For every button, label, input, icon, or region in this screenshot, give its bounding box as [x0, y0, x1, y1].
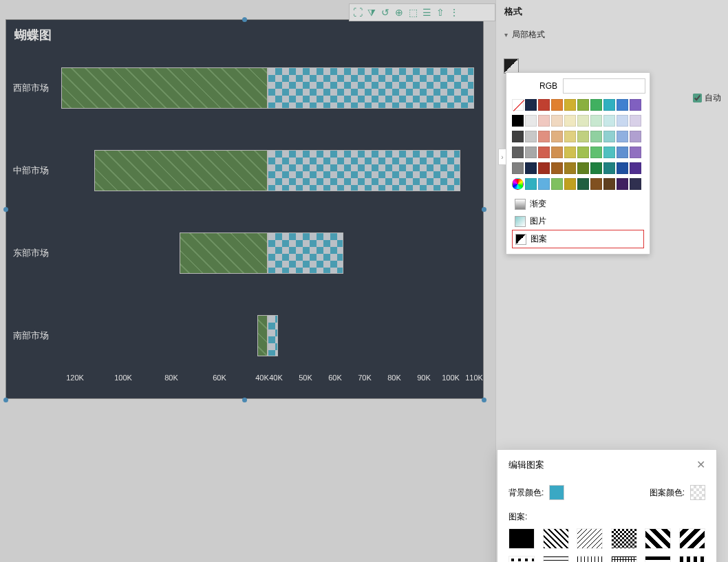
pattern-swatch[interactable]: [679, 556, 705, 562]
resize-handle[interactable]: [242, 17, 247, 22]
current-fill-swatch[interactable]: [504, 58, 519, 74]
color-swatch[interactable]: [538, 178, 550, 190]
color-swatch[interactable]: [617, 115, 628, 127]
color-swatch[interactable]: [617, 99, 628, 111]
pattern-swatch[interactable]: [508, 556, 535, 562]
color-swatch[interactable]: [512, 115, 524, 127]
export-icon[interactable]: ⇧: [433, 6, 447, 19]
color-swatch[interactable]: [603, 99, 615, 111]
color-swatch[interactable]: [603, 115, 615, 127]
color-swatch[interactable]: [617, 147, 628, 158]
color-swatch[interactable]: [551, 178, 563, 190]
bar-right-0[interactable]: [268, 67, 474, 109]
color-swatch[interactable]: [630, 147, 641, 158]
bar-left-3[interactable]: [257, 315, 268, 356]
color-swatch[interactable]: [551, 162, 563, 174]
color-swatch[interactable]: [564, 99, 576, 111]
close-icon[interactable]: ✕: [696, 458, 705, 471]
color-swatch[interactable]: [617, 131, 628, 142]
color-swatch[interactable]: [551, 147, 563, 158]
color-swatch[interactable]: [512, 178, 524, 190]
color-swatch[interactable]: [603, 131, 615, 142]
color-swatch[interactable]: [564, 115, 576, 127]
list-icon[interactable]: ☰: [420, 6, 433, 19]
resize-handle[interactable]: [242, 398, 247, 402]
zoom-icon[interactable]: ⊕: [392, 6, 406, 19]
resize-handle[interactable]: [482, 207, 486, 212]
color-swatch[interactable]: [577, 115, 589, 127]
select-icon[interactable]: ⬚: [406, 6, 420, 19]
color-swatch[interactable]: [590, 131, 602, 142]
color-swatch[interactable]: [590, 178, 602, 190]
color-swatch[interactable]: [525, 115, 537, 127]
rgb-input[interactable]: [563, 78, 645, 94]
color-swatch[interactable]: [603, 178, 615, 190]
auto-checkbox[interactable]: [693, 94, 702, 102]
pattern-swatch[interactable]: [611, 556, 637, 562]
color-swatch[interactable]: [538, 147, 550, 158]
fill-gradient-option[interactable]: 渐变: [512, 195, 644, 213]
bg-color-swatch[interactable]: [549, 485, 564, 500]
color-swatch[interactable]: [577, 178, 589, 190]
color-swatch[interactable]: [538, 115, 550, 127]
resize-handle[interactable]: [3, 207, 8, 212]
color-swatch[interactable]: [630, 178, 641, 190]
pattern-swatch[interactable]: [508, 528, 535, 549]
rotate-icon[interactable]: ↺: [378, 6, 392, 19]
color-swatch[interactable]: [538, 99, 550, 111]
color-swatch[interactable]: [630, 99, 641, 111]
color-swatch[interactable]: [577, 131, 589, 142]
color-swatch[interactable]: [551, 131, 563, 142]
color-swatch[interactable]: [590, 115, 602, 127]
color-swatch[interactable]: [590, 147, 602, 158]
color-swatch[interactable]: [564, 131, 576, 142]
pattern-swatch[interactable]: [679, 528, 705, 549]
color-swatch[interactable]: [617, 178, 628, 190]
color-swatch[interactable]: [525, 178, 537, 190]
color-swatch[interactable]: [525, 131, 537, 142]
pattern-swatch[interactable]: [543, 528, 569, 549]
bar-right-1[interactable]: [268, 150, 460, 191]
color-swatch[interactable]: [551, 115, 563, 127]
collapse-chevron-icon[interactable]: ›: [498, 149, 506, 165]
pattern-swatch[interactable]: [577, 528, 603, 549]
fill-pattern-option[interactable]: 图案: [512, 230, 644, 248]
color-swatch[interactable]: [538, 131, 550, 142]
color-swatch[interactable]: [630, 131, 641, 142]
color-swatch[interactable]: [564, 162, 576, 174]
pattern-swatch[interactable]: [645, 528, 671, 549]
color-swatch[interactable]: [577, 147, 589, 158]
color-swatch[interactable]: [512, 162, 524, 174]
color-swatch[interactable]: [577, 99, 589, 111]
color-swatch[interactable]: [603, 162, 615, 174]
bar-left-0[interactable]: [61, 67, 268, 109]
color-swatch[interactable]: [590, 99, 602, 111]
bar-right-3[interactable]: [268, 315, 278, 356]
color-swatch[interactable]: [512, 99, 524, 111]
resize-handle[interactable]: [3, 398, 8, 402]
pattern-swatch[interactable]: [577, 556, 603, 562]
bar-left-2[interactable]: [180, 233, 268, 274]
resize-handle[interactable]: [482, 398, 486, 402]
more-icon[interactable]: ⋮: [447, 6, 461, 19]
color-swatch[interactable]: [564, 178, 576, 190]
filter-icon[interactable]: ⧩: [365, 6, 378, 19]
color-swatch[interactable]: [577, 162, 589, 174]
bar-right-2[interactable]: [268, 233, 343, 274]
fill-image-option[interactable]: 图片: [512, 213, 644, 230]
pattern-swatch[interactable]: [543, 556, 569, 562]
color-swatch[interactable]: [551, 99, 563, 111]
color-swatch[interactable]: [603, 147, 615, 158]
color-swatch[interactable]: [525, 162, 537, 174]
color-swatch[interactable]: [630, 162, 641, 174]
pattern-swatch[interactable]: [645, 556, 671, 562]
color-swatch[interactable]: [564, 147, 576, 158]
color-swatch[interactable]: [512, 131, 524, 142]
color-swatch[interactable]: [512, 147, 524, 158]
fullscreen-icon[interactable]: ⛶: [351, 6, 365, 19]
fg-color-swatch[interactable]: [690, 485, 705, 500]
color-swatch[interactable]: [617, 162, 628, 174]
color-swatch[interactable]: [630, 115, 641, 127]
bar-left-1[interactable]: [94, 150, 268, 191]
local-format-section[interactable]: 局部格式: [504, 26, 720, 43]
